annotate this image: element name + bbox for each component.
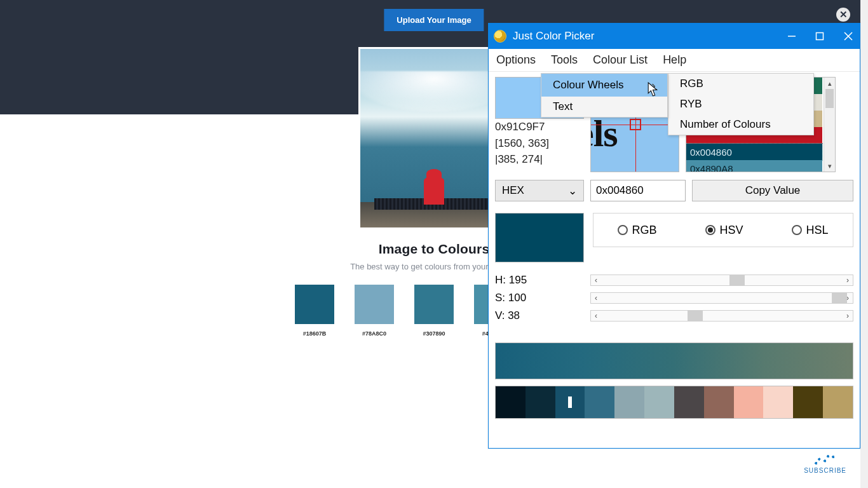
palette-swatch[interactable]: #18607B [295,285,334,337]
minimize-icon[interactable] [787,32,796,41]
palette-swatch[interactable]: #78A8C0 [355,285,394,337]
close-icon[interactable]: ✕ [836,8,850,22]
menu-item-label: Colour Wheels [553,79,624,92]
palette-cell[interactable] [496,386,526,418]
harmony-palette [495,386,853,419]
local-coords: |385, 274| [495,151,584,168]
v-slider[interactable]: ‹› [590,310,853,322]
chevron-down-icon: ⌄ [568,184,577,198]
maximize-icon[interactable] [815,32,824,41]
hsv-sliders: H: 195 ‹› S: 100 ‹› V: 38 ‹› [495,271,853,325]
menu-item-label: Text [553,100,573,113]
format-select[interactable]: HEX ⌄ [495,180,584,201]
upload-button[interactable]: Upload Your Image [384,9,484,31]
swatch-label: #18607B [295,330,334,337]
subscribe-label: SUBSCRIBE [804,467,846,474]
palette-cell[interactable] [555,386,585,418]
gradient-preview[interactable] [495,342,853,379]
radio-hsv[interactable]: HSV [705,224,743,237]
palette-swatch[interactable]: #307890 [414,285,454,337]
palette-cell[interactable] [585,386,614,418]
screen-coords: [1560, 363] [495,135,584,152]
menu-tools[interactable]: Tools [551,53,578,67]
current-colour-swatch [495,213,584,262]
hover-hex: 0x91C9F7 [495,119,584,135]
palette-cell[interactable] [734,386,764,418]
menu-help[interactable]: Help [663,53,686,67]
submenu-number-of-colours[interactable]: Number of Colours [668,114,813,135]
s-slider[interactable]: ‹› [590,292,853,304]
window-title: Just Color Picker [513,30,594,43]
menu-options[interactable]: Options [496,53,536,67]
history-scrollbar[interactable]: ▴ ▾ [824,78,835,172]
palette-cell[interactable] [644,386,674,418]
history-item[interactable]: 0x4890A8 [686,160,822,172]
svg-rect-1 [817,33,824,40]
copy-value-button[interactable]: Copy Value [692,180,853,201]
submenu-ryb[interactable]: RYB [668,94,813,114]
palette-cell[interactable] [793,386,823,418]
uploaded-image [358,47,510,229]
pick-readout: 0x91C9F7 [1560, 363] |385, 274| [495,119,584,168]
menu-item-text[interactable]: Text [541,97,667,117]
colour-model-radios: RGB HSV HSL [593,213,853,247]
swatch-label: #78A8C0 [355,330,394,337]
color-picker-window: Just Color Picker Options Tools Colour L… [488,23,860,449]
chevron-down-icon[interactable]: ▾ [824,160,835,172]
history-item[interactable]: 0x004860 [686,144,822,160]
colour-wheels-submenu: RGB RYB Number of Colours [668,73,814,135]
hex-input[interactable] [590,180,686,201]
h-slider[interactable]: ‹› [590,274,853,286]
s-label: S: 100 [495,292,590,304]
submenu-rgb[interactable]: RGB [668,74,813,94]
menu-colour-list[interactable]: Colour List [593,53,648,67]
menu-bar: Options Tools Colour List Help Colour Wh… [489,49,860,72]
h-label: H: 195 [495,274,590,287]
close-icon[interactable] [843,31,853,41]
cursor-icon [648,82,658,97]
v-label: V: 38 [495,309,590,322]
app-icon [494,30,506,43]
lens-sample-text: els [590,112,618,156]
window-titlebar[interactable]: Just Color Picker [489,24,860,49]
subscribe-watermark[interactable]: SUBSCRIBE [804,453,846,474]
palette-cell[interactable] [763,386,793,418]
select-value: HEX [502,184,524,197]
palette-cell[interactable] [823,386,853,418]
swatch-label: #307890 [414,330,454,337]
radio-hsl[interactable]: HSL [792,224,828,237]
palette-cell[interactable] [674,386,704,418]
palette-cell[interactable] [526,386,555,418]
radio-rgb[interactable]: RGB [618,224,656,237]
chevron-up-icon[interactable]: ▴ [824,78,835,89]
palette-cell[interactable] [614,386,644,418]
palette-cell[interactable] [704,386,734,418]
